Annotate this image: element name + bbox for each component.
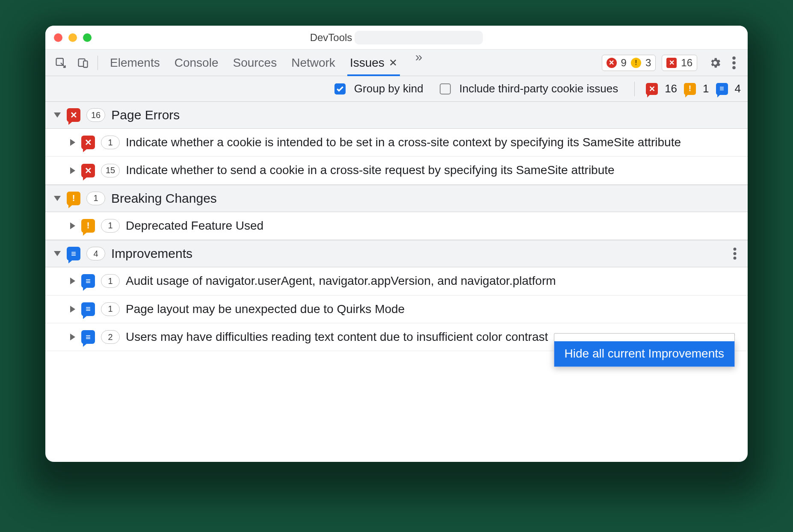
- issue-message: Deprecated Feature Used: [126, 218, 739, 233]
- group-header-page-errors[interactable]: ✕ 16 Page Errors: [45, 102, 748, 129]
- issue-kind-icon: ✕: [81, 136, 95, 149]
- issue-kind-icon: !: [81, 219, 95, 233]
- divider: [634, 82, 635, 96]
- group-count: 4: [86, 247, 105, 260]
- issue-count: 2: [101, 330, 120, 344]
- error-count: 9: [621, 57, 627, 69]
- issue-icon: ✕: [666, 58, 677, 68]
- disclosure-triangle-icon: [70, 222, 75, 229]
- group-count: 16: [86, 108, 105, 122]
- issue-message: Audit usage of navigator.userAgent, navi…: [126, 273, 739, 289]
- context-menu-item-label: Hide all current Improvements: [565, 347, 724, 360]
- disclosure-triangle-icon: [54, 112, 61, 118]
- more-options-button[interactable]: [725, 54, 743, 71]
- issues-tree: ✕ 16 Page Errors ✕ 1 Indicate whether a …: [45, 102, 748, 462]
- svg-rect-2: [83, 61, 87, 67]
- improvements-kind-icon: ≡: [67, 247, 80, 260]
- issue-count: 1: [101, 302, 120, 316]
- warning-icon: !: [631, 58, 641, 68]
- svg-point-7: [734, 252, 737, 255]
- disclosure-triangle-icon: [54, 196, 61, 201]
- close-tab-icon[interactable]: ✕: [389, 57, 397, 69]
- issue-message: Indicate whether a cookie is intended to…: [126, 135, 739, 150]
- console-status-pill[interactable]: ✕ 9 ! 3: [602, 55, 656, 71]
- disclosure-triangle-icon: [70, 278, 75, 284]
- issue-kind-icon: ✕: [81, 164, 95, 177]
- disclosure-triangle-icon: [70, 306, 75, 313]
- tab-sources[interactable]: Sources: [233, 50, 277, 76]
- zoom-window-button[interactable]: [83, 33, 92, 42]
- issue-row[interactable]: ≡ 1 Audit usage of navigator.userAgent, …: [45, 267, 748, 295]
- tab-label: Network: [291, 56, 335, 70]
- tab-elements[interactable]: Elements: [110, 50, 160, 76]
- window-title-url-placeholder: [355, 31, 483, 44]
- issue-count: 1: [101, 219, 120, 233]
- disclosure-triangle-icon: [70, 167, 75, 174]
- group-header-improvements[interactable]: ≡ 4 Improvements: [45, 240, 748, 267]
- group-title: Page Errors: [111, 108, 180, 122]
- warning-count: 3: [645, 57, 651, 69]
- issue-kind-icon: ≡: [81, 274, 95, 288]
- third-party-checkbox[interactable]: [440, 83, 451, 95]
- issue-row[interactable]: ✕ 15 Indicate whether to send a cookie i…: [45, 157, 748, 184]
- third-party-label: Include third-party cookie issues: [459, 82, 618, 95]
- group-by-kind-label: Group by kind: [354, 82, 423, 95]
- disclosure-triangle-icon: [70, 334, 75, 340]
- group-title: Improvements: [111, 246, 192, 261]
- issue-count: 1: [101, 274, 120, 288]
- breaking-changes-kind-icon: !: [67, 192, 80, 205]
- issue-count: 16: [681, 57, 692, 69]
- group-header-breaking-changes[interactable]: ! 1 Breaking Changes: [45, 185, 748, 212]
- svg-point-4: [732, 61, 736, 65]
- tab-network[interactable]: Network: [291, 50, 335, 76]
- window-title-text: DevTools: [310, 32, 352, 44]
- group-count: 1: [86, 192, 105, 205]
- error-icon: ✕: [607, 58, 617, 68]
- panel-tabs: Elements Console Sources Network Issues …: [110, 50, 426, 76]
- tab-issues[interactable]: Issues ✕: [350, 50, 397, 76]
- issue-row[interactable]: ≡ 1 Page layout may be unexpected due to…: [45, 296, 748, 323]
- svg-point-6: [734, 248, 737, 251]
- devtools-tabstrip: Elements Console Sources Network Issues …: [45, 50, 748, 76]
- divider: [98, 56, 98, 70]
- issue-message: Page layout may be unexpected due to Qui…: [126, 301, 739, 317]
- close-window-button[interactable]: [54, 33, 62, 42]
- improvements-count: 4: [735, 82, 741, 95]
- disclosure-triangle-icon: [70, 139, 75, 146]
- issues-toolbar: Group by kind Include third-party cookie…: [45, 76, 748, 102]
- more-tabs-button[interactable]: »: [412, 50, 426, 76]
- svg-point-3: [732, 56, 736, 60]
- breaking-changes-count: 1: [703, 82, 709, 95]
- device-toolbar-button[interactable]: [73, 54, 93, 71]
- group-by-kind-checkbox[interactable]: [334, 83, 346, 95]
- inspect-element-button[interactable]: [50, 54, 71, 71]
- group-title: Breaking Changes: [111, 191, 217, 206]
- page-errors-kind-icon: ✕: [67, 108, 80, 122]
- context-menu-hide-improvements[interactable]: Hide all current Improvements: [554, 340, 735, 367]
- issue-count: 1: [101, 136, 120, 149]
- window-title: DevTools: [45, 26, 748, 49]
- tab-label: Sources: [233, 56, 277, 70]
- issue-count: 15: [101, 164, 120, 177]
- svg-point-8: [734, 257, 737, 260]
- window-controls: [54, 33, 92, 42]
- issue-kind-counts: ✕16 !1 ≡4: [646, 82, 741, 95]
- group-more-button[interactable]: [731, 248, 739, 260]
- improvements-icon: ≡: [716, 83, 728, 95]
- devtools-window: DevTools Elements Console Sources Networ…: [45, 26, 748, 462]
- tab-console[interactable]: Console: [175, 50, 219, 76]
- window-titlebar: DevTools: [45, 26, 748, 50]
- minimize-window-button[interactable]: [68, 33, 77, 42]
- page-errors-count: 16: [665, 82, 677, 95]
- issue-row[interactable]: ✕ 1 Indicate whether a cookie is intende…: [45, 129, 748, 157]
- issue-kind-icon: ≡: [81, 330, 95, 344]
- issues-status-pill[interactable]: ✕ 16: [662, 55, 697, 71]
- settings-button[interactable]: [707, 54, 724, 71]
- page-errors-icon: ✕: [646, 83, 658, 95]
- tab-label: Console: [175, 56, 219, 70]
- breaking-changes-icon: !: [684, 83, 696, 95]
- issue-row[interactable]: ! 1 Deprecated Feature Used: [45, 212, 748, 240]
- tab-label: Elements: [110, 56, 160, 70]
- disclosure-triangle-icon: [54, 251, 61, 256]
- tab-label: Issues: [350, 56, 385, 70]
